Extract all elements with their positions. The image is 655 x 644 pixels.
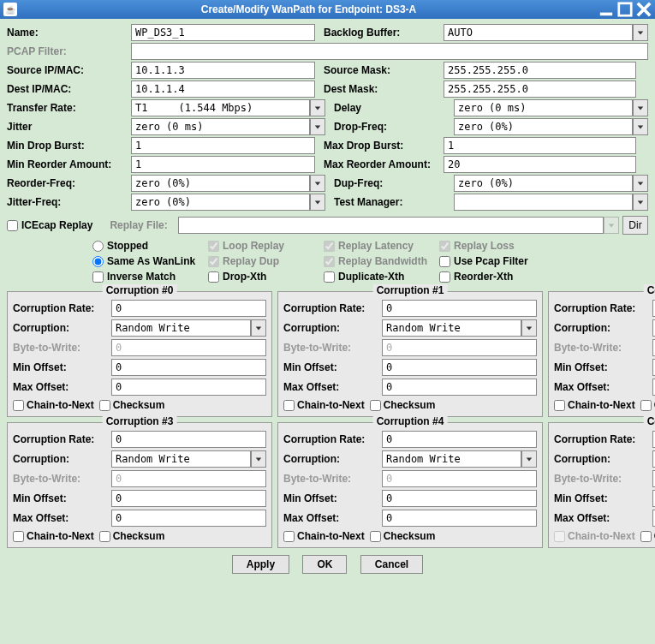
backlog-dropdown[interactable]: [633, 24, 648, 41]
corr-type-dropdown-4[interactable]: [521, 450, 537, 468]
corruption-panel-0: Corruption #0 Corruption Rate: Corruptio…: [7, 291, 272, 417]
jitter-dropdown[interactable]: [310, 118, 325, 135]
inverse-check[interactable]: Inverse Match: [92, 271, 208, 283]
corr-type-label: Corruption:: [283, 453, 382, 465]
corr-chain-check-5: Chain-to-Next: [554, 530, 635, 542]
dupfreq-dropdown[interactable]: [633, 175, 648, 192]
corr-checksum-check-5[interactable]: Checksum: [640, 530, 655, 542]
name-field[interactable]: [131, 24, 315, 41]
dupxth-check[interactable]: Duplicate-Xth: [324, 271, 439, 283]
reorderxth-check[interactable]: Reorder-Xth: [439, 271, 555, 283]
corr-checksum-check-3[interactable]: Checksum: [99, 530, 165, 542]
testmgr-field[interactable]: [454, 194, 633, 211]
svg-marker-17: [256, 457, 261, 461]
corr-maxoff-field-4[interactable]: [382, 510, 537, 527]
replaylat-check[interactable]: Replay Latency: [324, 240, 439, 252]
dstip-field[interactable]: [131, 80, 315, 98]
replaybw-check[interactable]: Replay Bandwidth: [324, 255, 439, 267]
corr-maxoff-field-1[interactable]: [382, 379, 537, 396]
corr-rate-field-1[interactable]: [382, 300, 537, 317]
corr-type-field-1[interactable]: [382, 319, 521, 337]
minreorder-field[interactable]: [131, 156, 315, 173]
maximize-button[interactable]: [617, 3, 633, 16]
dstmask-field[interactable]: [444, 80, 636, 98]
corr-chain-check-3[interactable]: Chain-to-Next: [13, 530, 94, 542]
corr-type-dropdown-0[interactable]: [251, 319, 266, 337]
corr-minoff-field-0[interactable]: [111, 359, 266, 376]
svg-marker-7: [315, 125, 320, 128]
dropxth-check[interactable]: Drop-Xth: [208, 271, 324, 283]
replayfile-field[interactable]: [178, 217, 604, 234]
name-label: Name:: [7, 27, 131, 39]
corr-maxoff-label: Max Offset:: [554, 512, 652, 524]
corr-minoff-field-4[interactable]: [382, 490, 537, 507]
backlog-field[interactable]: [444, 24, 633, 41]
testmgr-dropdown[interactable]: [633, 194, 648, 211]
replayloss-check[interactable]: Replay Loss: [439, 240, 555, 252]
corr-type-field-0[interactable]: [111, 319, 251, 337]
corr-checksum-check-4[interactable]: Checksum: [370, 530, 436, 542]
corr-maxoff-field-3[interactable]: [111, 510, 266, 527]
icecap-checkbox[interactable]: ICEcap Replay: [7, 219, 92, 231]
close-button[interactable]: [636, 3, 652, 16]
maxdrop-field[interactable]: [444, 137, 636, 154]
corr-rate-field-0[interactable]: [111, 300, 266, 317]
corr-rate-label: Corruption Rate:: [13, 302, 111, 314]
srcmask-field[interactable]: [444, 62, 636, 79]
jitter-field[interactable]: [131, 118, 310, 135]
corr-rate-field-3[interactable]: [111, 431, 266, 448]
cancel-button[interactable]: Cancel: [360, 555, 423, 574]
apply-button[interactable]: Apply: [232, 555, 289, 574]
corr-checksum-check-2[interactable]: Checksum: [640, 399, 655, 411]
corr-type-dropdown-3[interactable]: [251, 450, 266, 468]
minreorder-label: Min Reorder Amount:: [7, 158, 131, 170]
delay-dropdown[interactable]: [633, 99, 648, 116]
corr-maxoff-label: Max Offset:: [13, 381, 111, 393]
corr-rate-field-4[interactable]: [382, 431, 537, 448]
dupfreq-field[interactable]: [454, 175, 633, 192]
dropfreq-field[interactable]: [454, 118, 633, 135]
corr-rate-label: Corruption Rate:: [283, 433, 382, 445]
corruption-panel-2: Corruption #2 Corruption Rate: Corruptio…: [548, 291, 655, 417]
corruption-panel-1: Corruption #1 Corruption Rate: Corruptio…: [277, 291, 543, 417]
ok-button[interactable]: OK: [302, 555, 347, 574]
srcip-field[interactable]: [131, 62, 315, 79]
corr-minoff-field-3[interactable]: [111, 490, 266, 507]
reorderfreq-field[interactable]: [131, 175, 310, 192]
corr-checksum-check-1[interactable]: Checksum: [370, 399, 436, 411]
corr-minoff-label: Min Offset:: [13, 361, 111, 373]
loopreplay-check[interactable]: Loop Replay: [208, 240, 324, 252]
corr-minoff-field-1[interactable]: [382, 359, 537, 376]
pcap-field[interactable]: [131, 43, 648, 60]
corr-checksum-check-0[interactable]: Checksum: [99, 399, 165, 411]
srcip-label: Source IP/MAC:: [7, 64, 131, 76]
jitterfreq-dropdown[interactable]: [310, 194, 325, 211]
corruption-legend-4: Corruption #4: [373, 415, 448, 427]
corr-maxoff-label: Max Offset:: [13, 512, 111, 524]
rate-field[interactable]: [131, 99, 310, 116]
stopped-radio[interactable]: Stopped: [92, 240, 208, 252]
dir-button[interactable]: Dir: [622, 216, 648, 235]
corr-chain-check-4[interactable]: Chain-to-Next: [283, 530, 365, 542]
usepcap-check[interactable]: Use Pcap Filter: [439, 255, 555, 267]
corr-chain-check-0[interactable]: Chain-to-Next: [13, 399, 94, 411]
sameas-radio[interactable]: Same As WanLink: [92, 255, 208, 267]
corr-maxoff-field-0[interactable]: [111, 379, 266, 396]
corr-rate-label: Corruption Rate:: [13, 433, 111, 445]
replaydup-check[interactable]: Replay Dup: [208, 255, 324, 267]
maxreorder-field[interactable]: [444, 156, 636, 173]
corr-type-field-4[interactable]: [382, 450, 521, 468]
delay-field[interactable]: [454, 99, 633, 116]
reorderfreq-dropdown[interactable]: [310, 175, 325, 192]
jitterfreq-field[interactable]: [131, 194, 310, 211]
corr-chain-check-1[interactable]: Chain-to-Next: [283, 399, 365, 411]
corr-type-dropdown-1[interactable]: [521, 319, 537, 337]
corr-type-field-3[interactable]: [111, 450, 251, 468]
replayfile-dropdown[interactable]: [604, 217, 619, 234]
rate-dropdown[interactable]: [310, 99, 325, 116]
svg-marker-11: [315, 200, 320, 204]
dropfreq-dropdown[interactable]: [633, 118, 648, 135]
mindrop-field[interactable]: [131, 137, 315, 154]
corr-chain-check-2[interactable]: Chain-to-Next: [554, 399, 635, 411]
minimize-button[interactable]: [598, 3, 614, 16]
